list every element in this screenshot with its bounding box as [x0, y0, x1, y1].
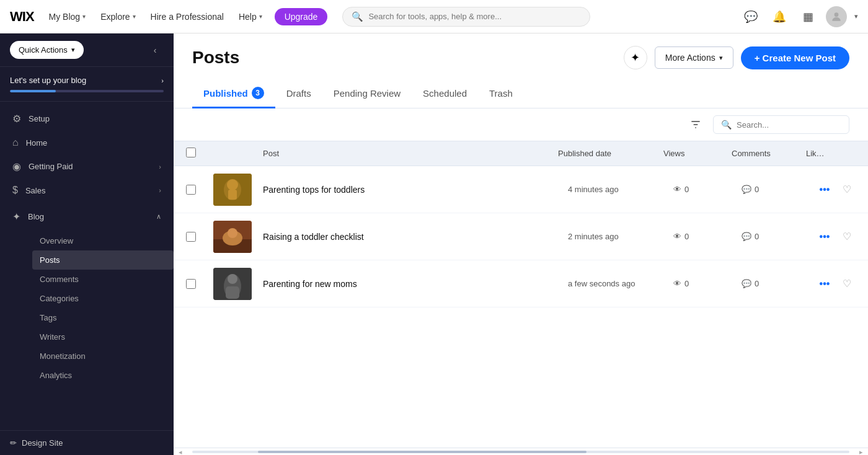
sidebar-item-comments[interactable]: Comments	[32, 270, 174, 289]
setup-chevron-icon: ›	[161, 77, 164, 84]
blog-subnav: Overview Posts Comments Categories Tags …	[0, 229, 174, 387]
my-blog-chevron-icon: ▾	[82, 13, 86, 20]
horizontal-scrollbar[interactable]: ◂ ▸	[174, 448, 868, 455]
sparkle-button[interactable]: ✦	[624, 46, 647, 69]
header-likes-col: Lik…	[806, 149, 856, 158]
row-2-views: 👁 0	[673, 232, 742, 241]
table-search-icon: 🔍	[721, 120, 732, 130]
wix-logo: WIX	[10, 9, 34, 25]
table-row: Parenting for new moms a few seconds ago…	[174, 260, 868, 307]
notifications-icon-button[interactable]: 🔔	[769, 6, 790, 27]
explore-chevron-icon: ▾	[133, 13, 136, 20]
setup-section: Let's set up your blog ›	[0, 67, 174, 102]
sidebar-item-sales[interactable]: $ Sales ›	[0, 179, 174, 202]
scroll-right-arrow[interactable]: ▸	[859, 448, 863, 455]
sidebar-collapse-button[interactable]: ‹	[146, 42, 164, 59]
top-nav: WIX My Blog ▾ Explore ▾ Hire a Professio…	[0, 0, 868, 33]
dashboard-icon-button[interactable]: ▦	[797, 6, 818, 27]
sidebar-item-monetization[interactable]: Monetization	[32, 347, 174, 366]
getting-paid-icon: ◉	[12, 161, 21, 172]
main-layout: Quick Actions ▾ ‹ Let's set up your blog…	[0, 33, 868, 455]
table-row: Raising a toddler checklist 2 minutes ag…	[174, 213, 868, 260]
row-2-more-button[interactable]: •••	[816, 228, 833, 245]
views-icon: 👁	[673, 185, 681, 194]
select-all-checkbox[interactable]	[186, 148, 196, 157]
published-badge: 3	[252, 87, 264, 99]
sidebar-item-categories[interactable]: Categories	[32, 289, 174, 308]
row-3-like-button[interactable]: ♡	[838, 275, 856, 293]
help-nav[interactable]: Help ▾	[234, 9, 267, 24]
design-site-button[interactable]: ✏ Design Site	[10, 438, 164, 448]
row-3-date: a few seconds ago	[568, 279, 673, 288]
quick-actions-label: Quick Actions	[19, 45, 68, 55]
table-search-bar[interactable]: 🔍	[713, 115, 849, 134]
posts-title-row: Posts ✦ More Actions ▾ + Create New Post	[192, 46, 849, 69]
row-1-more-button[interactable]: •••	[816, 181, 833, 198]
tab-pending-review[interactable]: Pending Review	[322, 79, 412, 108]
sidebar-item-writers[interactable]: Writers	[32, 327, 174, 347]
tab-drafts[interactable]: Drafts	[275, 79, 322, 108]
sidebar-item-home[interactable]: ⌂ Home	[0, 131, 174, 154]
row-3-checkbox-col	[186, 279, 213, 289]
design-site-icon: ✏	[10, 438, 17, 448]
quick-actions-button[interactable]: Quick Actions ▾	[10, 41, 84, 59]
comments-icon: 💬	[742, 279, 751, 288]
setup-progress-bar	[10, 90, 164, 92]
chat-icon-button[interactable]: 💬	[740, 6, 761, 27]
sidebar-item-overview[interactable]: Overview	[32, 231, 174, 250]
more-actions-button[interactable]: More Actions ▾	[655, 46, 733, 69]
sidebar-item-tags[interactable]: Tags	[32, 308, 174, 327]
header-checkbox-col	[186, 148, 213, 159]
quick-actions-chevron-icon: ▾	[71, 46, 75, 54]
views-icon: 👁	[673, 279, 681, 288]
table-search-input[interactable]	[737, 120, 841, 130]
row-3-checkbox[interactable]	[186, 279, 196, 289]
scroll-left-arrow[interactable]: ◂	[179, 448, 182, 455]
row-2-checkbox[interactable]	[186, 232, 196, 242]
scroll-track	[192, 451, 849, 453]
row-2-thumb-image	[213, 221, 252, 253]
row-2-thumbnail	[213, 221, 263, 253]
create-post-button[interactable]: + Create New Post	[741, 46, 849, 69]
upgrade-button[interactable]: Upgrade	[275, 8, 328, 25]
sidebar-nav: ⚙ Setup ⌂ Home ◉ Getting Paid › $ Sales …	[0, 102, 174, 430]
global-search-input[interactable]	[368, 12, 581, 21]
home-icon: ⌂	[12, 137, 19, 148]
sidebar-item-posts[interactable]: Posts	[32, 250, 174, 270]
tab-scheduled[interactable]: Scheduled	[412, 79, 478, 108]
comments-icon: 💬	[742, 232, 751, 241]
table-header: Post Published date Views Comments Lik…	[174, 141, 868, 166]
svg-point-0	[835, 12, 839, 17]
svg-rect-15	[226, 286, 239, 299]
blog-chevron-icon: ∧	[156, 213, 161, 221]
row-3-more-button[interactable]: •••	[816, 275, 833, 293]
row-1-like-button[interactable]: ♡	[838, 181, 856, 198]
my-blog-nav[interactable]: My Blog ▾	[44, 9, 91, 24]
setup-title[interactable]: Let's set up your blog ›	[10, 76, 164, 85]
filter-button[interactable]	[686, 115, 706, 135]
svg-rect-7	[228, 190, 237, 200]
explore-nav[interactable]: Explore ▾	[95, 9, 140, 24]
content-area: Posts ✦ More Actions ▾ + Create New Post…	[174, 33, 868, 455]
sidebar-item-setup[interactable]: ⚙ Setup	[0, 107, 174, 131]
row-2-date: 2 minutes ago	[568, 232, 673, 241]
header-date-col: Published date	[558, 149, 663, 158]
sidebar-item-getting-paid[interactable]: ◉ Getting Paid ›	[0, 154, 174, 179]
posts-table: Post Published date Views Comments Lik…	[174, 141, 868, 448]
tab-trash[interactable]: Trash	[478, 79, 524, 108]
row-2-like-button[interactable]: ♡	[838, 228, 856, 245]
user-avatar[interactable]	[826, 6, 847, 27]
table-toolbar: 🔍	[174, 108, 868, 141]
more-actions-chevron-icon: ▾	[719, 54, 723, 62]
sidebar-item-blog[interactable]: ✦ Blog ∧	[0, 205, 174, 229]
tab-published[interactable]: Published 3	[192, 79, 275, 108]
setup-progress-fill	[10, 90, 56, 92]
posts-actions: ✦ More Actions ▾ + Create New Post	[624, 46, 849, 69]
row-3-views: 👁 0	[673, 279, 742, 288]
hire-nav[interactable]: Hire a Professional	[146, 9, 229, 24]
sidebar-item-analytics[interactable]: Analytics	[32, 366, 174, 385]
scroll-thumb[interactable]	[258, 451, 587, 453]
global-search-bar[interactable]: 🔍	[342, 7, 590, 27]
row-1-checkbox[interactable]	[186, 185, 196, 195]
row-3-thumb-image	[213, 268, 252, 300]
